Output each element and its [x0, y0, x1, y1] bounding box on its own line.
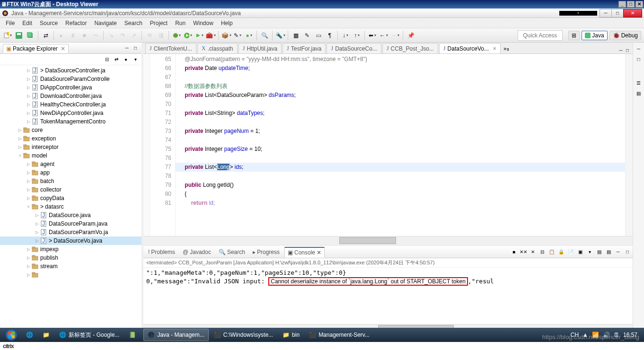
console-action-3[interactable]: ⊟ [539, 249, 546, 255]
taskbar-item[interactable]: 📗 [124, 329, 142, 341]
close-button[interactable]: ✕ [635, 1, 643, 8]
new-package-button[interactable]: 📦 [221, 31, 231, 40]
tab-close-icon[interactable]: ✕ [61, 45, 65, 52]
view-menu-icon[interactable]: ▾ [132, 56, 139, 63]
back-button[interactable]: ← [379, 31, 388, 40]
code-editor[interactable]: 6566676869707172737475767778798081 @Json… [143, 54, 633, 236]
taskbar-item[interactable]: ⬛C:\Windows\syste... [210, 329, 277, 341]
step-over-button[interactable]: ↷ [118, 31, 127, 40]
console-action-9[interactable]: ▤ [596, 249, 602, 255]
block-selection-button[interactable]: ▭ [314, 31, 323, 40]
taskbar-item[interactable]: ⬛Management-Serv... [305, 329, 374, 341]
view-tab-problems[interactable]: !Problems [145, 247, 178, 257]
close-icon[interactable]: ✕ [493, 46, 496, 51]
console-output[interactable]: ":1,"manageMeta":0,"pageNum":1,"pageSize… [143, 268, 633, 324]
focus-task-icon[interactable]: ● [123, 56, 129, 63]
tree-item[interactable]: ▿> datasrc [0, 202, 141, 211]
tree-item[interactable]: ▷JDiAppController.java [0, 83, 141, 92]
tree-item[interactable]: ▷ [0, 271, 141, 279]
task-ie[interactable]: 🌐 [22, 329, 37, 341]
quick-access-input[interactable] [518, 30, 563, 41]
java-perspective-button[interactable]: Java [582, 31, 607, 40]
tree-item[interactable]: ▷publish [0, 254, 141, 262]
disconnect-button[interactable]: ⤳ [91, 31, 100, 40]
minimize-editor-icon[interactable]: ─ [618, 47, 624, 53]
debug-perspective-button[interactable]: 🐞 Debug [609, 31, 641, 40]
tree-item[interactable]: ▷interceptor [0, 143, 141, 151]
minimize-editor-icon[interactable]: ─ [635, 45, 642, 52]
eclipse-maximize-button[interactable]: □ [611, 9, 624, 18]
tree-item[interactable]: ▿model [0, 151, 141, 160]
terminate-button[interactable]: ■ [79, 31, 89, 40]
editor-tab[interactable]: JTestFor.java [282, 43, 326, 53]
editor-tab[interactable]: JDataSourceVo...✕ [439, 43, 501, 53]
tree-item[interactable]: ▷core [0, 126, 141, 134]
view-tab-console[interactable]: ▣Console ✕ [284, 247, 325, 258]
tree-item[interactable]: ▷JDataSourceParamControlle [0, 75, 141, 83]
tree-item[interactable]: ▷JDownloadController.java [0, 92, 141, 100]
console-action-5[interactable]: 🔒 [558, 249, 565, 255]
open-perspective-button[interactable]: ⊞ [568, 31, 580, 40]
suspend-button[interactable]: ⏸ [68, 31, 78, 40]
tree-item[interactable]: ▷JNewDiAppController.java [0, 109, 141, 117]
tree-item[interactable]: ▷J> DataSourceController.ja [0, 66, 141, 75]
minimize-view-icon[interactable]: ─ [124, 45, 130, 52]
tree-item[interactable]: ▷JHealthyCheckController.ja [0, 100, 141, 109]
maximize-button[interactable]: □ [627, 1, 635, 8]
step-filters-button[interactable]: ⇶ [156, 31, 166, 40]
annotation-prev-button[interactable]: ↑ [352, 31, 362, 40]
editor-tab[interactable]: JHttpUtil.java [238, 43, 282, 53]
outline-icon[interactable]: ▤ [635, 90, 642, 96]
menu-source[interactable]: Source [36, 18, 62, 28]
tree-item[interactable]: ▷app [0, 168, 141, 177]
console-action-1[interactable]: ✕✕ [520, 249, 527, 255]
menu-file[interactable]: File [2, 18, 18, 28]
taskbar-item[interactable]: 🌐新标签页 - Google... [55, 329, 124, 341]
menu-help[interactable]: Help [217, 18, 237, 28]
view-tab-javadoc[interactable]: @Javadoc [180, 247, 214, 257]
tree-item[interactable]: ▷JTokenManagementContro [0, 117, 141, 126]
run-last-button[interactable] [194, 31, 204, 40]
tree-item[interactable]: ▷JDataSource.java [0, 211, 141, 219]
view-tab-search[interactable]: 🔍Search [216, 247, 248, 257]
annotation-nav-button[interactable]: ↓ [341, 31, 350, 40]
console-action-2[interactable]: ✕ [529, 249, 536, 255]
overview-ruler[interactable] [625, 54, 633, 236]
mark-occurrences-button[interactable]: ✎ [302, 31, 312, 40]
code-area[interactable]: @JsonFormat(pattern = "yyyy-MM-dd HH:mm:… [176, 54, 625, 236]
package-explorer-tab[interactable]: ▣ Package Explorer ✕ [3, 44, 69, 53]
run-button[interactable] [183, 31, 193, 40]
tree-item[interactable]: ▷JDataSourceParamVo.ja [0, 228, 141, 236]
tree-item[interactable]: ▷stream [0, 262, 141, 271]
console-action-6[interactable]: 📄 [567, 249, 574, 255]
collapse-all-icon[interactable]: ⊟ [104, 56, 110, 63]
console-action-10[interactable]: ▤ [605, 249, 612, 255]
forward-button[interactable]: → [390, 31, 400, 40]
maximize-editor-icon[interactable]: □ [624, 47, 631, 53]
tree-item[interactable]: ▷J> DataSourceVo.java [0, 236, 141, 245]
menu-window[interactable]: Window [189, 18, 217, 28]
tree-item[interactable]: ▷impexp [0, 245, 141, 254]
resume-button[interactable]: ▸ [57, 31, 66, 40]
toggle-breadcrumb-button[interactable]: ▦ [291, 31, 300, 40]
tree-item[interactable]: ▷collector [0, 185, 141, 194]
menu-project[interactable]: Project [146, 18, 171, 28]
save-all-button[interactable] [26, 31, 35, 40]
menu-refactor[interactable]: Refactor [62, 18, 90, 28]
new-button[interactable] [3, 31, 12, 40]
tree-item[interactable]: ▷copyData [0, 194, 141, 202]
save-button[interactable] [14, 31, 24, 40]
open-type-button[interactable]: 🔍 [260, 31, 269, 40]
debug-button[interactable] [172, 31, 181, 40]
close-icon[interactable]: ✕ [317, 249, 321, 256]
minimize-button[interactable]: _ [618, 1, 626, 8]
eclipse-close-button[interactable]: ✕ [623, 9, 642, 18]
more-tabs-button[interactable]: »₃ [502, 44, 511, 53]
editor-hscrollbar[interactable] [143, 236, 633, 244]
editor-tab[interactable]: JCCB_Post_Jso... [382, 43, 438, 53]
switch-editor-button[interactable]: ⇄ [41, 31, 51, 40]
editor-tab[interactable]: JClientTokenU... [145, 43, 196, 53]
tree-item[interactable]: ▷agent [0, 160, 141, 168]
console-action-11[interactable]: ─ [615, 249, 621, 255]
console-action-12[interactable]: □ [624, 249, 631, 255]
